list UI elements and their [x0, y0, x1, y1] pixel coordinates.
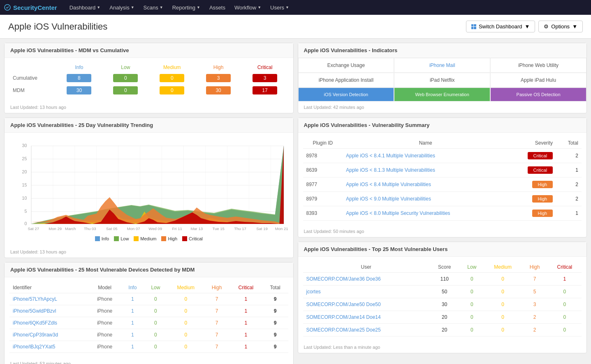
options-button[interactable]: ⚙ Options ▼: [538, 21, 583, 32]
device-info: 1: [121, 341, 144, 353]
user-name[interactable]: SOMECORP.COM/Jane36 Doe36: [303, 273, 429, 286]
mdm-high: 30: [195, 84, 242, 97]
nav-scans[interactable]: Scans ▼: [139, 2, 167, 13]
table-row: iPhone/CpP39raw3d iPhone 1 0 0 7 1 9: [9, 329, 288, 341]
plugin-id: 8393: [303, 206, 343, 221]
main-content: Apple iOS Vulnerabilities - MDM vs Cumul…: [0, 39, 591, 364]
vuln-name[interactable]: Apple iOS < 8.0 Multiple Security Vulner…: [343, 206, 508, 221]
device-model: iPhone: [88, 305, 121, 317]
user-critical: 0: [548, 298, 582, 311]
legend-low: Low: [114, 236, 129, 241]
indicator-exchange[interactable]: Exchange Usage: [298, 58, 394, 73]
device-id[interactable]: iPhone/6QKd5FZdls: [9, 317, 88, 329]
user-medium: 0: [484, 324, 521, 336]
mdm-col-label: [9, 63, 56, 72]
table-row: SOMECORP.COM/Jane14 Doe14 20 0 0 2 0: [303, 311, 582, 324]
device-low: 0: [144, 317, 168, 329]
svg-text:20: 20: [22, 170, 27, 174]
reporting-arrow: ▼: [197, 5, 200, 9]
svg-text:Mar 13: Mar 13: [190, 227, 203, 231]
user-low: 0: [460, 298, 484, 311]
indicator-ipad-netflix[interactable]: iPad Netflix: [394, 73, 490, 88]
indicator-iphone-web[interactable]: iPhone Web Utility: [490, 58, 586, 73]
device-low: 0: [144, 293, 168, 305]
nav-analysis[interactable]: Analysis ▼: [105, 2, 138, 13]
trending-panel-body: 30 25 20 15 10 5 0: [5, 133, 293, 246]
legend-medium-label: Medium: [140, 236, 156, 241]
mdm-table: Info Low Medium High Critical Cumulative…: [9, 63, 288, 97]
table-row: SOMECORP.COM/Jane36 Doe36 110 0 0 7 1: [303, 273, 582, 286]
mdm-col-low: Low: [102, 63, 149, 72]
svg-text:5: 5: [24, 209, 27, 214]
switch-dashboard-label: Switch Dashboard: [479, 23, 522, 30]
switch-dashboard-arrow: ▼: [524, 23, 530, 30]
users-table-header: User Score Low Medium High Critical: [303, 262, 582, 273]
mdm-medium: 0: [149, 84, 195, 97]
plugin-id: 8639: [303, 163, 343, 177]
vuln-severity: Critical: [508, 163, 556, 177]
indicators-panel: Apple iOS Vulnerabilities - Indicators E…: [298, 43, 587, 113]
device-critical: 1: [229, 305, 262, 317]
svg-text:Mon 21: Mon 21: [275, 227, 288, 231]
device-critical: 1: [229, 341, 262, 353]
svg-text:Tue 15: Tue 15: [212, 227, 224, 231]
indicator-iphone-mail[interactable]: iPhone Mail: [394, 58, 490, 73]
device-high: 7: [204, 341, 229, 353]
user-name[interactable]: SOMECORP.COM/Jane50 Doe50: [303, 298, 429, 311]
indicator-iphone-app[interactable]: iPhone Application Install: [298, 73, 394, 88]
device-total: 9: [262, 317, 288, 329]
user-name[interactable]: jcortes: [303, 286, 429, 298]
device-model: iPhone: [88, 341, 121, 353]
device-low: 0: [144, 341, 168, 353]
indicator-ios-version[interactable]: iOS Version Detection: [298, 88, 394, 101]
vuln-name[interactable]: Apple iOS < 8.4 Multiple Vulnerabilities: [343, 177, 508, 192]
top-navigation: SecurityCenter Dashboard ▼ Analysis ▼ Sc…: [0, 0, 591, 15]
user-medium: 0: [484, 286, 521, 298]
col-total: Total: [262, 282, 288, 293]
vuln-name[interactable]: Apple iOS < 8.1.3 Multiple Vulnerabiliti…: [343, 163, 508, 177]
user-low: 0: [460, 311, 484, 324]
col-high: High: [521, 262, 547, 273]
device-total: 9: [262, 329, 288, 341]
user-high: 5: [521, 286, 547, 298]
device-critical: 1: [229, 329, 262, 341]
vuln-severity: Critical: [508, 149, 556, 163]
vuln-name[interactable]: Apple iOS < 8.4.1 Multiple Vulnerabiliti…: [343, 149, 508, 163]
device-total: 9: [262, 293, 288, 305]
nav-reporting[interactable]: Reporting ▼: [168, 2, 204, 13]
brand-logo[interactable]: SecurityCenter: [4, 4, 57, 11]
nav-assets[interactable]: Assets: [205, 2, 229, 13]
device-id[interactable]: iPhone/57LYhApcyL: [9, 293, 88, 305]
switch-dashboard-button[interactable]: Switch Dashboard ▼: [466, 21, 535, 32]
device-id[interactable]: iPhone/5GwldPBzvl: [9, 305, 88, 317]
vuln-severity: High: [508, 206, 556, 221]
device-id[interactable]: iPhone/CpP39raw3d: [9, 329, 88, 341]
user-name[interactable]: SOMECORP.COM/Jane25 Doe25: [303, 324, 429, 336]
plugin-id: 8979: [303, 192, 343, 206]
table-row: 8639 Apple iOS < 8.1.3 Multiple Vulnerab…: [303, 163, 582, 177]
indicator-apple-hulu[interactable]: Apple iPad Hulu: [490, 73, 586, 88]
indicator-web-browser[interactable]: Web Browser Enumeration: [394, 88, 490, 101]
user-score: 110: [429, 273, 460, 286]
col-info: Info: [121, 282, 144, 293]
user-name[interactable]: SOMECORP.COM/Jane14 Doe14: [303, 311, 429, 324]
low-color: [114, 236, 119, 241]
col-plugin-id: Plugin ID: [303, 138, 343, 149]
grid-icon: [471, 24, 476, 29]
table-row: Cumulative 8 0 0 3 3: [9, 72, 288, 84]
chart-container: 30 25 20 15 10 5 0: [9, 142, 288, 232]
mdm-table-header: Info Low Medium High Critical: [9, 63, 288, 72]
device-critical: 1: [229, 317, 262, 329]
device-low: 0: [144, 329, 168, 341]
user-score: 20: [429, 311, 460, 324]
nav-dashboard[interactable]: Dashboard ▼: [65, 2, 105, 13]
vuln-name[interactable]: Apple iOS < 9.0 Multiple Vulnerabilities: [343, 192, 508, 206]
col-high: High: [204, 282, 229, 293]
col-medium: Medium: [484, 262, 521, 273]
nav-workflow[interactable]: Workflow ▼: [230, 2, 265, 13]
nav-users[interactable]: Users ▼: [266, 2, 293, 13]
indicator-passive-os[interactable]: Passive OS Detection: [490, 88, 586, 101]
workflow-arrow: ▼: [257, 5, 261, 9]
user-low: 0: [460, 324, 484, 336]
device-id[interactable]: iPhone/lBJq2YXat5: [9, 341, 88, 353]
